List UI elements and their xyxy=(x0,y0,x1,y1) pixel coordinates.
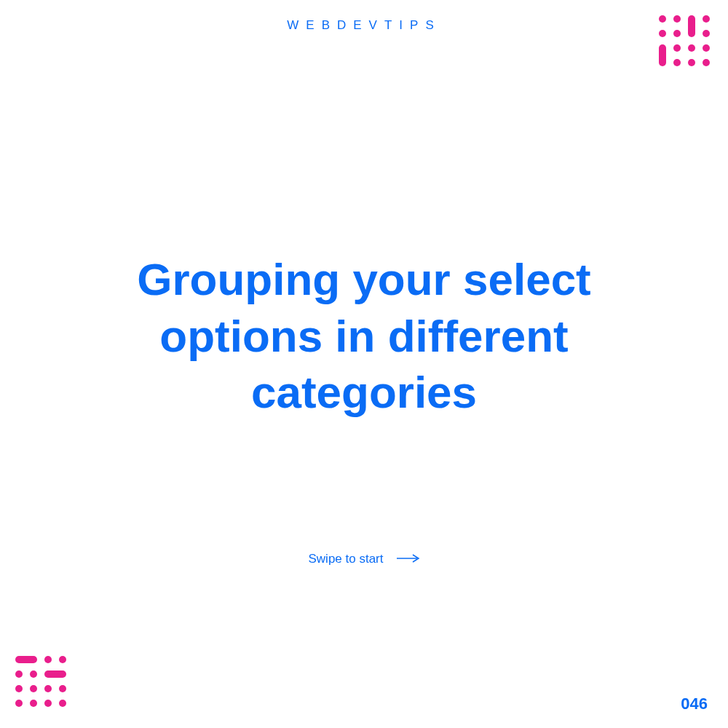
svg-point-18 xyxy=(15,670,23,678)
page-number: 046 xyxy=(681,695,708,713)
svg-rect-7 xyxy=(659,44,666,66)
svg-point-13 xyxy=(703,59,710,66)
svg-point-24 xyxy=(59,685,66,692)
header: WEBDEVTIPS xyxy=(0,18,728,33)
svg-rect-20 xyxy=(44,670,66,678)
svg-point-25 xyxy=(15,700,23,707)
swipe-prompt: Swipe to start xyxy=(0,552,728,566)
svg-point-22 xyxy=(30,685,37,692)
svg-point-0 xyxy=(659,15,666,23)
svg-point-11 xyxy=(673,59,681,66)
svg-point-8 xyxy=(673,44,681,52)
svg-point-26 xyxy=(30,700,37,707)
svg-point-9 xyxy=(688,44,695,52)
svg-point-27 xyxy=(44,700,52,707)
title-container: Grouping your select options in differen… xyxy=(0,251,728,421)
decoration-top-right-icon xyxy=(657,13,715,74)
svg-rect-2 xyxy=(688,15,695,37)
svg-point-21 xyxy=(15,685,23,692)
svg-point-6 xyxy=(703,30,710,37)
svg-point-12 xyxy=(688,59,695,66)
decoration-bottom-left-icon xyxy=(13,654,71,715)
arrow-right-icon xyxy=(397,553,420,566)
svg-point-3 xyxy=(703,15,710,23)
svg-point-5 xyxy=(673,30,681,37)
svg-point-1 xyxy=(673,15,681,23)
svg-point-28 xyxy=(59,700,66,707)
svg-point-19 xyxy=(30,670,37,678)
swipe-label: Swipe to start xyxy=(309,552,384,566)
brand-label: WEBDEVTIPS xyxy=(0,18,728,33)
svg-rect-15 xyxy=(15,656,37,663)
svg-point-16 xyxy=(44,656,52,663)
svg-point-4 xyxy=(659,30,666,37)
svg-point-10 xyxy=(703,44,710,52)
svg-point-23 xyxy=(44,685,52,692)
svg-point-17 xyxy=(59,656,66,663)
page-title: Grouping your select options in differen… xyxy=(73,251,655,421)
